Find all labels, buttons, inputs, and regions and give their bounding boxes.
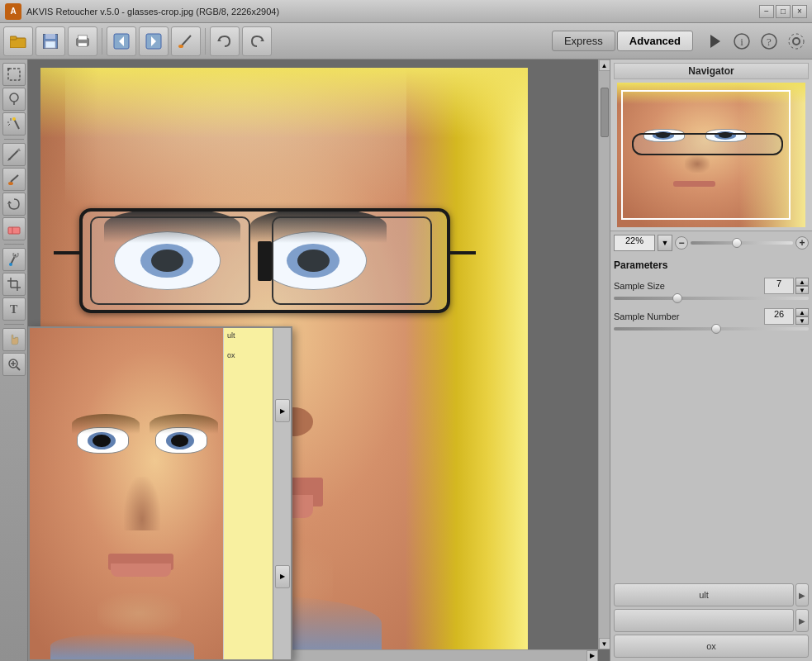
zoom-slider[interactable] [691,241,793,245]
sample-number-thumb[interactable] [711,324,721,334]
minimize-button[interactable]: − [759,5,774,18]
pencil-draw-tool[interactable] [2,143,26,166]
zoom-value-display[interactable]: 22% [614,235,655,251]
preview-side-panel: ▶ ▶ [273,328,291,659]
nav-hair [739,83,805,227]
zoom-in-button[interactable]: + [795,236,809,250]
right-panel: Navigator [610,59,812,661]
info-button[interactable]: i [729,29,754,54]
titlebar: A AKVIS Retoucher v.5.0 - glasses-crop.j… [0,0,812,23]
result-arrow-button[interactable]: ▶ [795,583,809,606]
nav-glasses [632,133,782,155]
express-mode-button[interactable]: Express [552,31,615,51]
hand-tool[interactable] [2,328,26,351]
svg-text:?: ? [767,36,772,48]
svg-line-30 [8,124,10,126]
parameters-section: Parameters Sample Size 7 ▲ ▼ [610,254,812,344]
crop-tool[interactable] [2,273,26,296]
separator-1 [102,28,102,55]
sample-size-spinner: ▲ ▼ [795,278,809,294]
side-buttons-panel: ult ▶ ▶ ox [610,580,812,661]
sample-number-slider[interactable] [614,327,809,330]
second-button[interactable] [614,609,794,632]
checkbox-button[interactable]: ox [614,635,809,658]
sample-size-down[interactable]: ▼ [795,286,809,294]
sample-size-slider[interactable] [614,297,809,300]
result-button[interactable]: ult [614,583,794,606]
redo-button[interactable] [242,26,272,56]
svg-rect-1 [10,36,17,40]
sample-size-value[interactable]: 7 [764,278,794,294]
second-btn-row: ▶ [614,609,809,632]
scroll-right-button[interactable]: ▶ [586,650,598,662]
paint-brush-tool[interactable] [2,168,26,191]
tool-sep-3 [4,324,24,325]
eyedropper-tool[interactable] [2,248,26,271]
zoom-out-button[interactable]: − [675,236,688,250]
zoom-slider-thumb[interactable] [732,238,742,248]
sample-number-value-row: 26 ▲ ▼ [764,308,809,325]
svg-text:T: T [10,303,18,316]
lasso-tool[interactable] [2,88,26,111]
window-title: AKVIS Retoucher v.5.0 - glasses-crop.jpg… [26,7,759,17]
save-button[interactable] [36,26,65,56]
tool-prev-button[interactable] [107,26,136,56]
scroll-track-v[interactable] [599,71,610,638]
magic-wand-tool[interactable] [2,112,26,136]
sample-number-label: Sample Number [614,311,679,321]
zoom-tool-btn[interactable] [2,353,26,376]
eraser-tool[interactable] [2,217,26,240]
svg-point-35 [8,182,13,185]
sample-number-down[interactable]: ▼ [795,316,809,325]
sample-size-thumb[interactable] [672,293,682,303]
preview-yellow-panel: ult ox [223,328,273,659]
scroll-down-button[interactable]: ▼ [599,638,610,649]
sample-size-label: Sample Size [614,281,665,291]
advanced-mode-button[interactable]: Advanced [617,31,693,51]
zoom-dropdown[interactable]: ▼ [658,235,672,251]
sample-number-spinner: ▲ ▼ [795,308,809,325]
brush-button[interactable] [171,26,201,56]
zoom-controls: 22% ▼ − + [610,231,812,254]
result-btn-row: ult ▶ [614,583,809,606]
tool-next-button[interactable] [139,26,169,56]
scroll-up-button[interactable]: ▲ [599,59,610,71]
preview-popup: ▶ ▶ ult ox [28,326,292,661]
svg-line-12 [182,36,191,45]
tool-sep-1 [4,139,24,140]
svg-point-24 [7,68,10,70]
type-tool[interactable]: T [2,297,26,321]
print-button[interactable] [68,26,97,56]
mode-group: Express Advanced [552,31,693,51]
second-arrow-button[interactable]: ▶ [795,609,809,632]
nav-preview-image [617,83,805,227]
svg-rect-6 [78,35,88,39]
svg-line-27 [14,119,19,129]
help-button[interactable]: ? [757,29,781,54]
vertical-scrollbar[interactable]: ▲ ▼ [598,59,610,649]
maximize-button[interactable]: □ [776,5,791,18]
close-button[interactable]: × [792,5,807,18]
svg-rect-23 [8,69,20,80]
sample-number-up[interactable]: ▲ [795,308,809,316]
history-brush-tool[interactable] [2,193,26,216]
settings-button[interactable] [784,29,809,54]
canvas-area[interactable]: ◀ ▶ ▲ ▼ [28,59,610,661]
scroll-thumb-v[interactable] [601,88,609,137]
svg-point-22 [789,34,804,49]
run-button[interactable] [702,29,727,54]
preview-side-btn-1[interactable]: ▶ [275,399,290,422]
preview-side-btn-2[interactable]: ▶ [275,565,290,588]
svg-point-31 [12,117,16,121]
open-button[interactable] [3,26,33,56]
sample-number-value[interactable]: 26 [764,308,794,325]
selection-tool[interactable] [2,63,26,86]
app-icon: A [5,3,21,20]
window-controls: − □ × [759,5,807,18]
sample-size-up[interactable]: ▲ [795,278,809,286]
preview-checkbox-label: ox [227,351,269,359]
svg-rect-3 [45,34,55,39]
sample-size-label-row: Sample Size 7 ▲ ▼ [614,278,809,294]
svg-marker-16 [710,35,720,48]
undo-button[interactable] [210,26,240,56]
